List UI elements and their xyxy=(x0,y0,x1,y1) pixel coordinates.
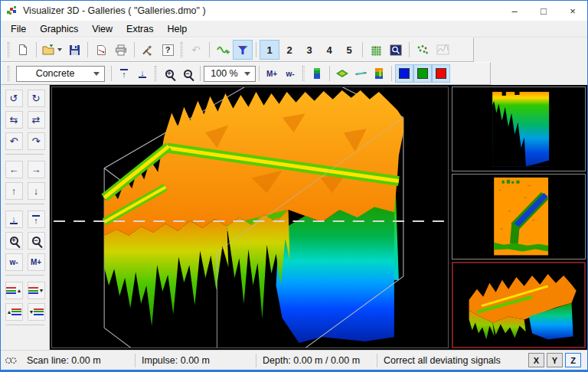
move-up-button[interactable]: ↑ xyxy=(5,182,23,200)
scan-canvas-zone xyxy=(50,85,587,350)
tilt-left-icon: ↶ xyxy=(10,135,18,147)
rotate-right-icon: ⇄ xyxy=(32,114,41,126)
layer-down-button[interactable]: ▼ xyxy=(28,282,45,299)
save-button[interactable] xyxy=(64,40,84,60)
settings-button[interactable] xyxy=(138,40,158,60)
toolbar-grip[interactable] xyxy=(8,42,10,57)
maximize-button[interactable]: □ xyxy=(529,1,558,21)
down-triangle-icon: ▼ xyxy=(39,288,44,293)
axis-z-button[interactable]: Z xyxy=(565,353,581,367)
zoom-in-icon: + xyxy=(10,237,18,245)
rotate-clockwise-icon: ↻ xyxy=(32,93,41,104)
scatter-button[interactable] xyxy=(413,40,433,60)
color-blue-button[interactable] xyxy=(395,64,413,83)
main-3d-scene xyxy=(52,87,448,348)
tilt-left-button[interactable]: ↶ xyxy=(5,132,23,150)
move-left-icon: ← xyxy=(9,164,19,175)
rotate-vertical-button[interactable]: ↺ xyxy=(5,90,23,107)
separator xyxy=(209,42,210,57)
main-3d-view[interactable] xyxy=(51,86,449,348)
menu-graphics[interactable]: Graphics xyxy=(33,22,85,36)
move-right-button[interactable]: → xyxy=(28,161,45,178)
m-plus-icon: M+ xyxy=(31,258,41,266)
rotate-clockwise-button[interactable]: ↻ xyxy=(28,90,45,107)
section-view-button[interactable] xyxy=(308,64,326,83)
open-dropdown-caret[interactable] xyxy=(57,48,62,51)
undo-icon: ↶ xyxy=(191,44,201,56)
page-4-button[interactable]: 4 xyxy=(319,40,339,60)
signal-minus-button[interactable]: w- xyxy=(5,253,23,271)
close-button[interactable]: × xyxy=(558,1,587,21)
rotate-right-button[interactable]: ⇄ xyxy=(28,111,45,129)
zoom-in-button[interactable]: + xyxy=(160,64,178,83)
material-select[interactable]: Concrete xyxy=(16,66,105,82)
help-button[interactable]: ? xyxy=(158,40,178,60)
chart-button[interactable] xyxy=(433,40,452,60)
separator xyxy=(5,275,44,276)
top-view-panel[interactable] xyxy=(452,174,586,259)
color-green-button[interactable] xyxy=(413,64,432,83)
signal-max-plus-button[interactable]: M+ xyxy=(263,64,281,83)
align-surface-top-button[interactable]: ↑ xyxy=(115,64,133,83)
move-left-button[interactable]: ← xyxy=(5,161,23,178)
menu-help[interactable]: Help xyxy=(161,22,194,36)
menu-file[interactable]: File xyxy=(4,22,33,36)
signal-wave-plus-icon xyxy=(217,44,230,55)
line-view-button[interactable] xyxy=(351,64,370,83)
bar-top-arrow-icon: ↑ xyxy=(120,69,128,78)
zoom-out-icon: − xyxy=(184,70,192,78)
page-1-button[interactable]: 1 xyxy=(260,40,279,60)
align-top-button[interactable]: ↑ xyxy=(28,210,45,228)
toolbar-grip[interactable] xyxy=(8,66,10,81)
page-2-button[interactable]: 2 xyxy=(279,40,299,60)
layer-raise-button[interactable]: ▲ xyxy=(5,303,23,321)
tilt-right-button[interactable]: ↷ xyxy=(28,132,45,150)
new-file-button[interactable] xyxy=(13,40,33,60)
color-red-button[interactable] xyxy=(432,64,450,83)
top-view-image xyxy=(452,175,585,258)
toolbar-grip[interactable] xyxy=(181,42,183,57)
zoom-out-button[interactable]: − xyxy=(28,232,45,250)
rgb-layers-icon xyxy=(28,287,38,294)
page-5-button[interactable]: 5 xyxy=(339,40,359,60)
page-3-button[interactable]: 3 xyxy=(299,40,319,60)
zoom-out-button[interactable]: − xyxy=(178,64,197,83)
toolbar-grip[interactable] xyxy=(302,66,305,81)
menu-view[interactable]: View xyxy=(85,22,119,36)
align-surface-bottom-button[interactable]: ↓ xyxy=(133,64,152,83)
undo-button[interactable]: ↶ xyxy=(186,40,206,60)
3d-view-panel[interactable] xyxy=(452,262,586,348)
solid-view-button[interactable] xyxy=(370,64,388,83)
menu-extras[interactable]: Extras xyxy=(119,22,160,36)
rotate-left-button[interactable]: ⇆ xyxy=(5,111,23,129)
top-view-button[interactable] xyxy=(333,64,351,83)
content-area: ↺ ↻ ⇆ ⇄ ↶ ↷ ← → ↑ ↓ ↓ ↑ xyxy=(1,85,587,350)
align-bottom-button[interactable]: ↓ xyxy=(5,210,23,228)
move-down-button[interactable]: ↓ xyxy=(28,182,45,200)
zoom-level-select[interactable]: 100 % xyxy=(204,66,256,82)
signal-min-minus-button[interactable]: w- xyxy=(281,64,299,83)
filter-view-button[interactable] xyxy=(233,40,253,60)
layer-up-button[interactable]: ▲ xyxy=(5,282,23,299)
layer-lower-button[interactable]: ▼ xyxy=(28,303,45,321)
add-signal-button[interactable] xyxy=(213,40,233,60)
rotate-vertical-icon: ↺ xyxy=(10,93,18,104)
axis-y-button[interactable]: Y xyxy=(547,353,563,367)
grid-button[interactable] xyxy=(366,40,386,60)
print-button[interactable] xyxy=(111,40,131,60)
toolbar-grip[interactable] xyxy=(155,66,157,81)
report-button[interactable] xyxy=(91,40,111,60)
bar-bottom-arrow-icon: ↓ xyxy=(139,69,146,78)
axis-buttons: X Y Z xyxy=(528,353,587,367)
preview-button[interactable] xyxy=(386,40,406,60)
mini-3d-image xyxy=(453,263,584,347)
title-bar: Visualizer 3D - Galleries ( "Galleries.d… xyxy=(1,1,587,21)
axis-x-button[interactable]: X xyxy=(528,353,544,367)
signal-plus-button[interactable]: M+ xyxy=(28,253,45,271)
zoom-in-button[interactable]: + xyxy=(5,232,23,250)
section-view-panel[interactable] xyxy=(452,86,586,171)
up-triangle-icon: ▲ xyxy=(7,309,12,315)
minimize-button[interactable]: – xyxy=(500,1,529,21)
separator xyxy=(409,42,410,57)
open-file-button[interactable] xyxy=(40,40,64,60)
